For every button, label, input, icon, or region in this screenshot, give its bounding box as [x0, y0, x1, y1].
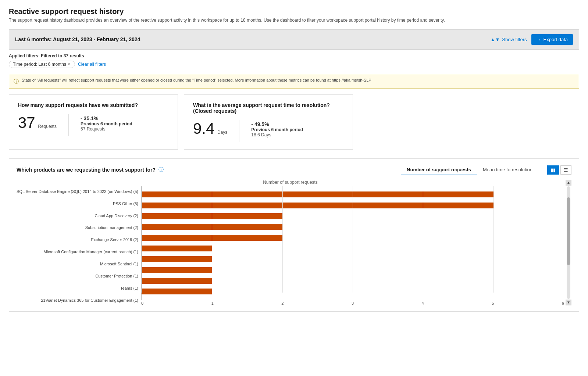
applied-filters-section: Applied filters: Filtered to 37 results … — [9, 50, 579, 71]
chart-section: Which products are we requesting the mos… — [9, 158, 579, 312]
bar — [142, 213, 282, 219]
chart-main: 0123456 — [141, 186, 564, 305]
card-resolution-stats: 9.4 Days - 49.5% Previous 6 month period… — [193, 120, 344, 142]
x-axis-label: 4 — [422, 301, 424, 305]
date-bar-actions: ▲▼ Show filters → Export data — [491, 34, 573, 45]
scroll-thumb[interactable] — [567, 197, 570, 265]
export-data-button[interactable]: → Export data — [531, 34, 573, 45]
card-requests: How many support requests have we submit… — [9, 94, 178, 150]
info-icon: ⓘ — [14, 78, 19, 85]
card-resolution-title: What is the average support request time… — [193, 102, 344, 114]
chart-info-icon[interactable]: ⓘ — [158, 166, 164, 173]
bar — [142, 256, 212, 262]
bar — [142, 246, 212, 251]
bar-chart-icon: ▮▮ — [550, 167, 556, 173]
applied-filters-desc: Filtered to 37 results — [41, 53, 84, 58]
card-requests-stats: 37 Requests - 35.1% Previous 6 month per… — [18, 114, 169, 136]
stat-unit-resolution: Days — [217, 130, 227, 135]
bar-row — [142, 212, 564, 220]
stat-main-resolution: 9.4 Days — [193, 120, 227, 137]
bar-row — [142, 255, 564, 263]
stat-prev-value-resolution: 18.6 Days — [251, 132, 303, 137]
stat-secondary-resolution: - 49.5% Previous 6 month period 18.6 Day… — [251, 121, 303, 137]
list-icon: ☰ — [564, 167, 568, 173]
bar — [142, 191, 494, 197]
scroll-track — [567, 186, 570, 299]
stat-main-requests: 37 Requests — [18, 114, 57, 132]
scroll-down-arrow[interactable]: ▼ — [566, 300, 571, 305]
stat-percent-requests: - 35.1% — [81, 115, 132, 121]
chart-bar-view-button[interactable]: ▮▮ — [547, 165, 559, 175]
x-axis-label: 5 — [492, 301, 494, 305]
y-label: Cloud App Discovery (2) — [95, 211, 138, 221]
bar-row — [142, 223, 564, 231]
bar — [142, 235, 282, 241]
bars-container — [141, 186, 564, 300]
info-banner-text: State of "All requests" will reflect sup… — [22, 77, 371, 83]
bar-row — [142, 190, 564, 198]
bar-row — [142, 244, 564, 253]
stat-number-requests: 37 — [18, 114, 35, 131]
clear-all-filters-button[interactable]: Clear all filters — [78, 62, 106, 67]
date-bar: Last 6 months: August 21, 2023 - Februar… — [9, 29, 579, 50]
card-resolution: What is the average support request time… — [184, 94, 353, 150]
bar-row — [142, 234, 564, 242]
chart-content: Number of support requests SQL Server Da… — [17, 180, 564, 305]
chart-with-labels: SQL Server Database Engine (SQL) 2014 to… — [17, 186, 564, 305]
x-axis-label: 1 — [211, 301, 214, 305]
chart-body: Number of support requests SQL Server Da… — [17, 180, 571, 305]
chart-axis-title: Number of support requests — [17, 180, 564, 185]
bar — [142, 203, 494, 208]
bar-row — [142, 266, 564, 274]
bar — [142, 224, 282, 230]
y-label: Customer Protection (1) — [95, 271, 138, 281]
card-requests-title: How many support requests have we submit… — [18, 102, 169, 108]
stat-percent-resolution: - 49.5% — [251, 121, 303, 127]
y-label: Teams (1) — [120, 283, 138, 293]
stat-unit-requests: Requests — [38, 124, 57, 129]
filter-tag-timeperiod: Time period: Last 6 months ✕ — [9, 61, 75, 68]
bar-row — [142, 201, 564, 210]
y-label: Microsoft Configuration Manager (current… — [44, 247, 138, 257]
scroll-up-arrow[interactable]: ▲ — [566, 180, 571, 186]
stat-secondary-requests: - 35.1% Previous 6 month period 57 Reque… — [81, 115, 132, 132]
page-wrapper: Reactive support request history The sup… — [0, 0, 588, 376]
y-label: SQL Server Database Engine (SQL) 2014 to… — [17, 186, 138, 197]
applied-filters-label: Applied filters: — [9, 53, 40, 58]
stat-prev-label-resolution: Previous 6 month period — [251, 127, 303, 132]
filter-icon: ▲▼ — [491, 37, 500, 42]
bar — [142, 278, 212, 284]
export-icon: → — [537, 37, 541, 42]
y-label: 21Vianet Dynamics 365 for Customer Engag… — [41, 295, 138, 305]
stat-number-resolution: 9.4 — [193, 120, 214, 137]
chart-header-left: Which products are we requesting the mos… — [17, 166, 164, 173]
stat-divider-1 — [68, 114, 69, 136]
x-axis-label: 2 — [281, 301, 284, 305]
bar — [142, 289, 212, 294]
page-description: The support request history dashboard pr… — [9, 17, 579, 24]
chart-view-buttons: ▮▮ ☰ — [547, 165, 571, 175]
chart-tabs: Number of support requests Mean time to … — [401, 165, 538, 175]
chart-scrollbar: ▲ ▼ — [566, 180, 571, 305]
filter-tag-label: Time period: Last 6 months — [13, 62, 66, 67]
stat-prev-value-requests: 57 Requests — [81, 126, 132, 132]
filter-tags: Time period: Last 6 months ✕ Clear all f… — [9, 61, 579, 68]
chart-header: Which products are we requesting the mos… — [17, 165, 571, 175]
show-filters-button[interactable]: ▲▼ Show filters — [491, 37, 527, 42]
applied-filters-text: Applied filters: Filtered to 37 results — [9, 53, 579, 58]
tab-number-of-requests[interactable]: Number of support requests — [401, 165, 477, 175]
chart-title: Which products are we requesting the mos… — [17, 167, 156, 173]
bar-row — [142, 277, 564, 285]
show-filters-label: Show filters — [502, 37, 527, 42]
bar-row — [142, 287, 564, 296]
y-label: Microsoft Sentinel (1) — [100, 259, 138, 269]
bar — [142, 267, 212, 273]
x-axis-label: 3 — [352, 301, 354, 305]
chart-list-view-button[interactable]: ☰ — [560, 165, 571, 175]
x-axis-labels: 0123456 — [141, 301, 564, 305]
export-label: Export data — [544, 37, 568, 42]
date-label: Last 6 months: August 21, 2023 - Februar… — [15, 36, 140, 42]
filter-tag-close-icon[interactable]: ✕ — [68, 62, 71, 67]
tab-mean-time[interactable]: Mean time to resolution — [477, 165, 538, 175]
y-label: Subscription management (2) — [85, 222, 138, 233]
